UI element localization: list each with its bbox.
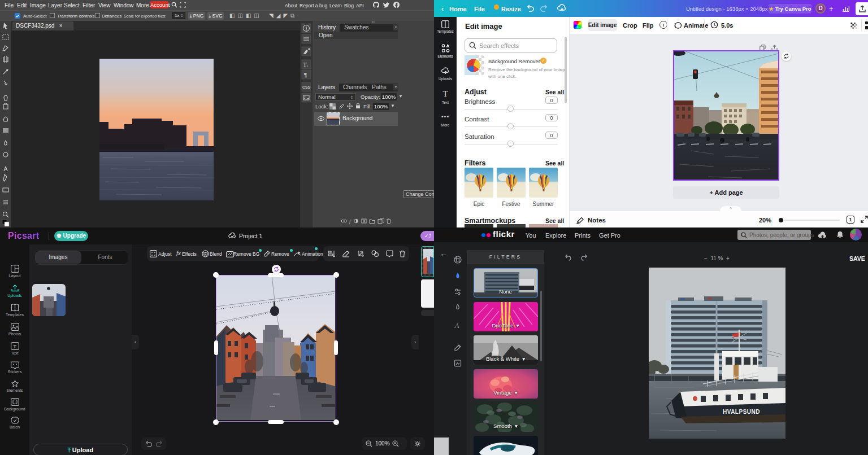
svg-text:A: A — [454, 321, 459, 330]
svg-text:CSS: CSS — [302, 85, 311, 89]
svg-text:f: f — [349, 218, 351, 224]
svg-text:HVALPSUND: HVALPSUND — [723, 409, 760, 415]
svg-text:Tᵢ: Tᵢ — [303, 61, 308, 68]
svg-text:¶: ¶ — [304, 71, 307, 78]
svg-text:T: T — [14, 344, 17, 349]
